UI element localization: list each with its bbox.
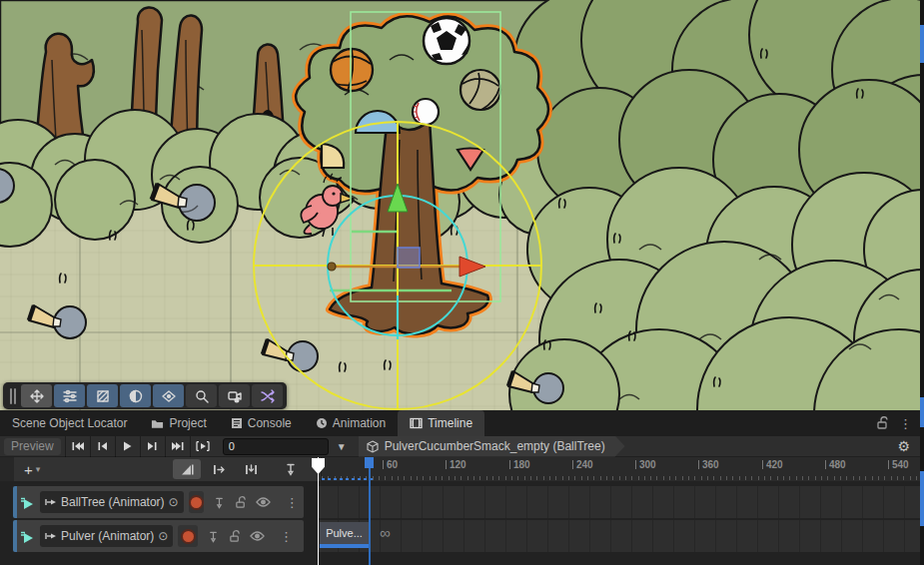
playback-controls	[65, 436, 215, 457]
mix-mode-icon	[180, 462, 195, 477]
scene-viewport[interactable]	[0, 0, 924, 410]
drag-handle-icon[interactable]	[8, 388, 18, 404]
previous-frame-button[interactable]	[90, 436, 115, 457]
soccer-ball[interactable]	[424, 18, 469, 64]
animation-clip[interactable]: Pulve...	[320, 522, 369, 548]
tab-project[interactable]: Project	[139, 410, 218, 436]
track-menu-icon[interactable]: ⋮	[280, 494, 305, 511]
track-name: BallTree (Animator)	[61, 495, 165, 509]
pin-markers-button[interactable]	[277, 459, 305, 479]
shuffle-icon	[260, 388, 276, 404]
duration-end-line	[369, 457, 371, 565]
record-dot-icon	[189, 495, 204, 510]
pin-icon[interactable]	[207, 530, 220, 543]
window-edge-scrollbar[interactable]	[920, 0, 924, 565]
track-row-balltree[interactable]: BallTree (Animator) ⊙ ⋮	[0, 486, 924, 518]
tab-timeline[interactable]: Timeline	[398, 410, 484, 436]
panel-menu-icon[interactable]: ⋮	[899, 417, 912, 430]
preview-toggle-button[interactable]: Preview	[4, 438, 61, 455]
ruler-label: 420	[762, 459, 783, 470]
record-button[interactable]	[178, 525, 198, 547]
sprite-mask-button[interactable]	[87, 384, 118, 407]
eye-icon[interactable]	[250, 531, 265, 541]
x-axis-knob[interactable]	[328, 263, 336, 271]
ruler-label: 300	[635, 459, 656, 470]
track-name-field[interactable]: Pulver (Animator) ⊙	[40, 525, 173, 547]
breadcrumb-label: PulverCucumberSmack_empty (BallTree)	[385, 439, 605, 453]
track-menu-icon[interactable]: ⋮	[274, 528, 299, 545]
plus-icon: +	[24, 462, 33, 477]
shuffle-button[interactable]	[252, 384, 283, 407]
eye-icon[interactable]	[256, 497, 271, 507]
baseball[interactable]	[413, 99, 439, 125]
object-picker-icon[interactable]: ⊙	[158, 530, 168, 542]
track-content-balltree[interactable]	[318, 486, 920, 518]
replace-mode-icon	[244, 462, 259, 477]
track-name-field[interactable]: BallTree (Animator) ⊙	[40, 491, 184, 513]
mix-mode-button[interactable]	[173, 459, 201, 479]
scene-toolbar	[3, 382, 287, 409]
play-range-icon	[196, 441, 210, 451]
track-header[interactable]: BallTree (Animator) ⊙ ⋮	[13, 486, 304, 518]
folder-icon	[151, 417, 164, 429]
camera-visibility-button[interactable]	[219, 384, 250, 407]
tab-console[interactable]: Console	[219, 410, 304, 436]
animation-track-icon	[20, 530, 35, 543]
prism-icon	[161, 388, 177, 404]
track-toggles	[203, 530, 269, 543]
sphere-tool-button[interactable]	[120, 384, 151, 407]
move-icon	[29, 388, 45, 404]
timeline-ruler[interactable]: 60 120 180 240 300 360 420 480 540	[322, 457, 924, 481]
move-tool-button[interactable]	[21, 384, 52, 407]
play-icon	[123, 441, 132, 451]
animator-icon	[45, 493, 57, 511]
ruler-label: 240	[572, 459, 593, 470]
caret-down-icon: ▾	[36, 465, 41, 474]
track-content-pulver[interactable]: Pulve... ∞	[318, 520, 920, 552]
play-button[interactable]	[115, 436, 140, 457]
frame-options-caret-icon[interactable]: ▼	[333, 441, 351, 452]
frame-field[interactable]	[223, 438, 329, 455]
lock-open-icon[interactable]	[229, 530, 241, 543]
tab-scene-object-locator[interactable]: Scene Object Locator	[0, 410, 139, 436]
ruler-minor-ticks	[322, 476, 924, 480]
settings-gear-icon[interactable]: ⚙	[891, 437, 916, 455]
cube-icon	[367, 440, 379, 453]
track-row-pulver[interactable]: Pulver (Animator) ⊙ ⋮ Pulve... ∞	[0, 520, 924, 552]
track-name: Pulver (Animator)	[61, 529, 154, 543]
ruler-label: 540	[888, 459, 909, 470]
ruler-label: 480	[825, 459, 846, 470]
ripple-mode-button[interactable]	[205, 459, 233, 479]
ruler-label: 60	[383, 459, 398, 470]
lock-open-icon[interactable]	[235, 496, 247, 509]
animation-track-icon	[20, 496, 35, 509]
pin-icon[interactable]	[213, 496, 226, 509]
track-header[interactable]: Pulver (Animator) ⊙ ⋮	[13, 520, 304, 552]
lock-open-icon[interactable]	[876, 416, 889, 430]
step-forward-icon	[148, 441, 157, 451]
go-to-start-button[interactable]	[65, 436, 90, 457]
sliders-icon	[62, 388, 78, 404]
xy-plane-handle[interactable]	[398, 248, 420, 268]
step-back-icon	[98, 441, 107, 451]
breadcrumb[interactable]: PulverCucumberSmack_empty (BallTree)	[359, 436, 625, 457]
tab-animation[interactable]: Animation	[304, 410, 398, 436]
tab-label: Project	[169, 416, 206, 430]
add-track-button[interactable]: +▾	[18, 462, 46, 477]
go-to-end-button[interactable]	[165, 436, 190, 457]
volleyball[interactable]	[461, 70, 500, 110]
next-frame-button[interactable]	[140, 436, 165, 457]
pin-icon	[284, 462, 298, 476]
infinite-clip-icon: ∞	[380, 524, 391, 541]
play-range-button[interactable]	[190, 436, 215, 457]
scene-canvas[interactable]	[0, 0, 924, 410]
record-dot-icon	[181, 529, 196, 544]
prism-tool-button[interactable]	[153, 384, 184, 407]
duration-end-marker[interactable]	[365, 457, 374, 468]
basketball[interactable]	[331, 49, 373, 91]
record-button[interactable]	[189, 491, 204, 513]
replace-mode-button[interactable]	[237, 459, 265, 479]
search-tool-button[interactable]	[186, 384, 217, 407]
sliders-tool-button[interactable]	[54, 384, 85, 407]
object-picker-icon[interactable]: ⊙	[169, 496, 179, 508]
